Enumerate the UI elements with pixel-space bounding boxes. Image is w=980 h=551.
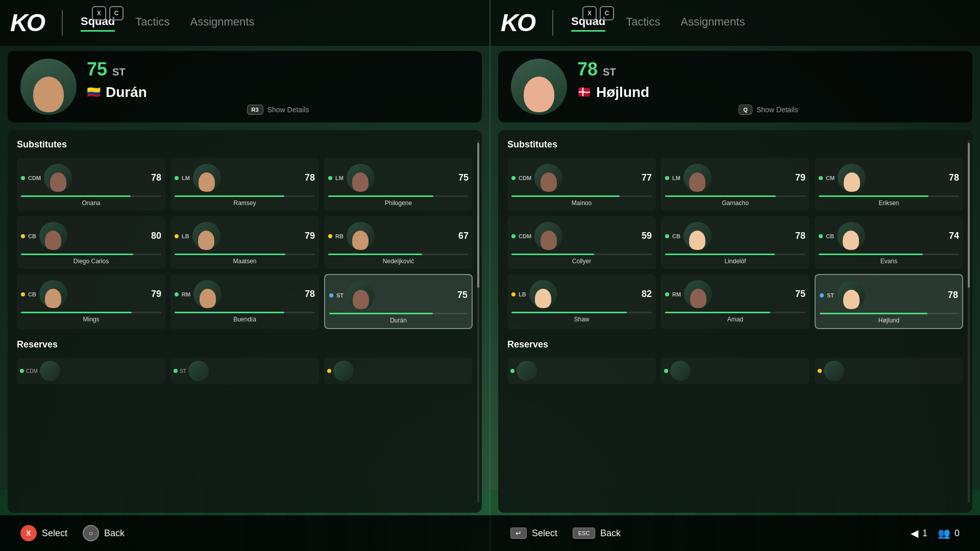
right-featured-rating: 78	[577, 59, 598, 80]
left-reserves-grid: CDM ST	[17, 358, 473, 384]
right-player-evans[interactable]: CB 74 Evans	[815, 216, 963, 269]
left-featured-head	[33, 77, 64, 112]
left-select-btn[interactable]: X	[20, 525, 37, 541]
left-kb-c[interactable]: C	[109, 6, 124, 20]
left-player-maatsen[interactable]: LB 79 Maatsen	[170, 216, 319, 269]
left-dot-diegocarlos	[21, 234, 25, 238]
right-dot-lindelof	[665, 234, 669, 238]
left-reserve-2[interactable]: ST	[170, 358, 319, 384]
right-featured-player-card: 78 ST 🇩🇰 Højlund Q Show Details	[498, 51, 972, 122]
left-player-mings[interactable]: CB 79 Mings	[17, 274, 165, 329]
right-avatar-lindelof	[683, 222, 712, 250]
right-avatar-mainoo	[534, 164, 562, 192]
right-reserve-avatar-2	[670, 361, 691, 381]
right-kb-c[interactable]: C	[600, 6, 614, 20]
right-avatar-shaw	[529, 280, 557, 308]
bottom-right-actions: ↵ Select ESC Back	[510, 528, 621, 539]
right-dot-hojlund	[820, 293, 824, 297]
bottom-bar: X Select ○ Back ↵ Select ESC Back ◀ 1	[0, 515, 980, 551]
right-q-btn: Q	[739, 105, 752, 115]
left-tab-assignments[interactable]: Assignments	[190, 15, 254, 31]
right-player-collyer[interactable]: CDM 59 Collyer	[507, 216, 656, 269]
right-panel: X C KO Squad Tactics Assignments	[491, 0, 980, 515]
screen-container: X C KO Squad Tactics Assignments	[0, 0, 980, 551]
right-reserve-3[interactable]	[815, 358, 963, 384]
right-dot-eriksen	[819, 176, 823, 180]
right-back-label: Back	[600, 528, 621, 539]
counter1-value: 1	[922, 528, 927, 539]
left-show-details[interactable]: R3 Show Details	[87, 105, 469, 115]
counter2-icon: 👥	[938, 527, 950, 539]
left-featured-name: Durán	[106, 84, 147, 101]
left-player-ramsey[interactable]: LM 78 Ramsey	[170, 158, 319, 211]
left-avatar-diegocarlos	[39, 222, 67, 250]
right-avatar-hojlund	[837, 281, 865, 309]
right-player-hojlund-selected[interactable]: ST 78 Højlund	[815, 274, 963, 329]
right-back-btn[interactable]: ESC	[573, 528, 595, 539]
right-select-label: Select	[532, 528, 557, 539]
right-player-eriksen[interactable]: CM 78 Eriksen	[815, 158, 963, 211]
right-kb-buttons: X C	[582, 6, 614, 20]
left-select-label: Select	[42, 528, 67, 539]
right-featured-info: 78 ST 🇩🇰 Højlund Q Show Details	[577, 59, 960, 115]
left-players-grid: CDM 78 Onana LM 78	[17, 158, 473, 329]
left-scroll-indicator	[477, 140, 479, 503]
right-avatar-evans	[837, 222, 865, 250]
left-player-nedeljkovic[interactable]: RB 67 Nedeljković	[324, 216, 473, 269]
left-dot-mings	[21, 292, 25, 296]
right-player-mainoo[interactable]: CDM 77 Mainoo	[507, 158, 656, 211]
right-player-lindelof[interactable]: CB 78 Lindelöf	[661, 216, 810, 269]
panel-divider	[489, 0, 491, 515]
right-show-details[interactable]: Q Show Details	[577, 105, 960, 115]
right-select-action[interactable]: ↵ Select	[510, 528, 557, 539]
right-dot-garnacho	[665, 176, 669, 180]
right-squad-panel: Substitutes CDM 77 Mainoo	[498, 130, 972, 513]
right-reserves-title: Reserves	[507, 339, 963, 350]
right-reserve-avatar-1	[517, 361, 537, 381]
right-logo: KO	[501, 11, 534, 35]
right-header: X C KO Squad Tactics Assignments	[491, 0, 980, 46]
left-avatar-maatsen	[192, 222, 220, 250]
right-featured-name: Højlund	[596, 84, 649, 101]
right-featured-flag: 🇩🇰	[577, 86, 591, 99]
left-reserve-avatar-3	[333, 361, 354, 381]
left-player-onana[interactable]: CDM 78 Onana	[17, 158, 165, 211]
left-player-philogene[interactable]: LM 75 Philogene	[324, 158, 473, 211]
left-back-btn[interactable]: ○	[83, 525, 99, 541]
counter-1: ◀ 1	[911, 527, 927, 539]
left-reserve-avatar-2	[188, 361, 209, 381]
left-featured-rating: 75	[87, 59, 107, 80]
right-select-btn[interactable]: ↵	[510, 528, 527, 539]
left-tab-tactics[interactable]: Tactics	[135, 15, 169, 31]
left-dot-ramsey	[175, 176, 179, 180]
right-back-action[interactable]: ESC Back	[573, 528, 621, 539]
left-player-diegocarlos[interactable]: CB 80 Diego Carlos	[17, 216, 165, 269]
right-player-shaw[interactable]: LB 82 Shaw	[507, 274, 656, 329]
left-reserve-3[interactable]	[324, 358, 473, 384]
left-dot-onana	[21, 176, 25, 180]
bottom-counters: ◀ 1 👥 0	[911, 527, 960, 539]
right-tab-tactics[interactable]: Tactics	[626, 15, 660, 31]
left-back-action[interactable]: ○ Back	[83, 525, 125, 541]
right-player-garnacho[interactable]: LM 79 Garnacho	[661, 158, 810, 211]
right-tab-assignments[interactable]: Assignments	[680, 15, 745, 31]
right-reserves-section: Reserves	[507, 339, 963, 384]
right-kb-x[interactable]: X	[582, 6, 597, 20]
left-kb-buttons: X C	[92, 6, 124, 20]
right-reserve-2[interactable]	[661, 358, 810, 384]
left-reserve-1[interactable]: CDM	[17, 358, 165, 384]
left-player-buendia[interactable]: RM 78 Buendía	[170, 274, 319, 329]
panels-row: X C KO Squad Tactics Assignments	[0, 0, 980, 515]
right-avatar-eriksen	[838, 164, 866, 192]
left-player-duran-selected[interactable]: ST 75 Durán	[324, 274, 473, 329]
left-show-details-label: Show Details	[267, 106, 309, 114]
left-kb-x[interactable]: X	[92, 6, 106, 20]
right-substitutes-title: Substitutes	[507, 139, 963, 150]
left-select-action[interactable]: X Select	[20, 525, 67, 541]
left-avatar-ramsey	[193, 164, 221, 192]
right-player-amad[interactable]: RM 75 Amad	[661, 274, 810, 329]
counter1-icon: ◀	[911, 527, 918, 539]
right-show-details-label: Show Details	[756, 106, 798, 114]
right-featured-name-row: 🇩🇰 Højlund	[577, 84, 960, 101]
right-reserve-1[interactable]	[507, 358, 656, 384]
